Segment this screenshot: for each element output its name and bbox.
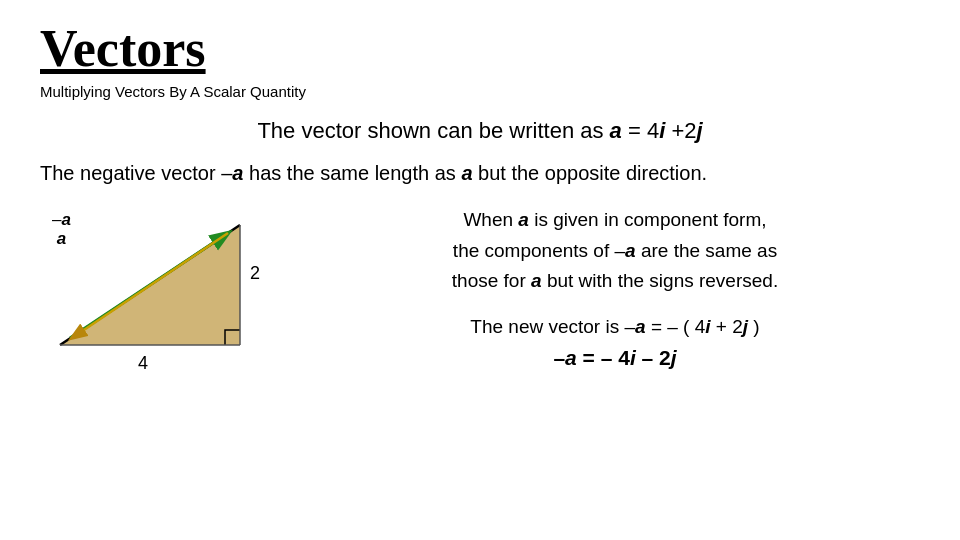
line1-text: The vector shown can be written as a = 4… <box>40 118 920 144</box>
page: Vectors Multiplying Vectors By A Scalar … <box>0 0 960 540</box>
line1-eq: = 4i +2j <box>622 118 703 143</box>
line1-before: The vector shown can be written as <box>257 118 609 143</box>
neg-a-italic: a <box>61 210 70 229</box>
right-text: When a is given in component form, the c… <box>280 205 920 370</box>
comp-a2: a <box>531 270 542 291</box>
diagram: –a a 2 4 <box>40 205 280 365</box>
new-vector-line: The new vector is –a = – ( 4i + 2j ) <box>310 316 920 338</box>
line2-a: a <box>461 162 472 184</box>
final-a: a <box>565 346 577 369</box>
component-text: When a is given in component form, the c… <box>310 205 920 296</box>
new-a: a <box>635 316 646 337</box>
comp-a1: a <box>518 209 529 230</box>
label-2: 2 <box>250 263 260 284</box>
neg-a-label: –a a <box>52 211 71 248</box>
line2-text: The negative vector –a has the same leng… <box>40 162 920 185</box>
line1-a: a <box>610 118 622 143</box>
line2-neg-a: a <box>232 162 243 184</box>
diagram-svg <box>40 205 275 365</box>
comp-neg-a: a <box>625 240 636 261</box>
content-row: –a a 2 4 When a is given in component fo… <box>40 205 920 370</box>
subtitle: Multiplying Vectors By A Scalar Quantity <box>40 83 920 100</box>
final-vector-display: –a = – 4i – 2j <box>310 346 920 370</box>
a-italic-under: a <box>57 229 66 248</box>
page-title: Vectors <box>40 20 920 77</box>
label-4: 4 <box>138 353 148 374</box>
